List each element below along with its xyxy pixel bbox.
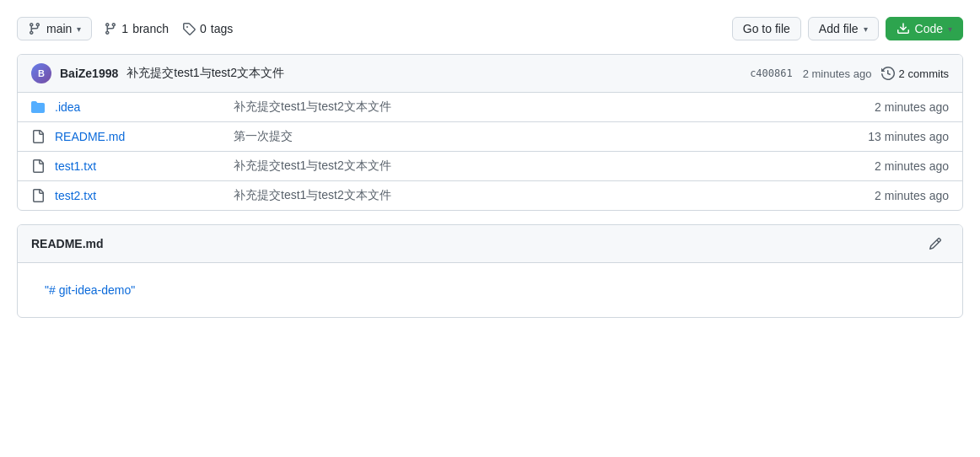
table-row: README.md 第一次提交 13 minutes ago: [18, 122, 962, 152]
table-row: .idea 补充提交test1与test2文本文件 2 minutes ago: [18, 93, 962, 122]
commit-row: B BaiZe1998 补充提交test1与test2文本文件 c400861 …: [18, 55, 962, 93]
file-time: 2 minutes ago: [875, 159, 949, 173]
commit-author: BaiZe1998: [60, 67, 118, 80]
commits-label: commits: [908, 67, 949, 80]
add-file-button[interactable]: Add file ▾: [808, 17, 879, 40]
file-name[interactable]: README.md: [55, 130, 223, 143]
file-commit-message: 补充提交test1与test2文本文件: [234, 99, 864, 115]
table-row: test1.txt 补充提交test1与test2文本文件 2 minutes …: [18, 152, 962, 181]
author-avatar: B: [31, 63, 51, 83]
code-chevron: ▾: [948, 24, 952, 34]
branch-icon: [28, 22, 41, 35]
tags-link[interactable]: 0 tags: [182, 22, 233, 35]
file-name[interactable]: .idea: [55, 100, 223, 114]
add-file-chevron: ▾: [864, 24, 868, 34]
file-icon: [31, 189, 45, 202]
file-icon: [31, 130, 45, 143]
meta-links: 1 branch 0 tags: [104, 22, 233, 35]
readme-header: README.md: [18, 225, 962, 263]
file-commit-message: 补充提交test1与test2文本文件: [234, 159, 864, 174]
toolbar: main ▾ 1 branch 0 tags Go to file Add fi…: [17, 17, 963, 40]
table-row: test2.txt 补充提交test1与test2文本文件 2 minutes …: [18, 181, 962, 210]
file-time: 13 minutes ago: [868, 130, 949, 143]
readme-body: "# git-idea-demo": [18, 263, 962, 317]
file-list: .idea 补充提交test1与test2文本文件 2 minutes ago …: [18, 93, 962, 210]
file-name[interactable]: test1.txt: [55, 159, 223, 173]
file-time: 2 minutes ago: [875, 189, 949, 202]
folder-icon: [31, 100, 45, 114]
commit-hash: c400861: [750, 67, 793, 79]
commits-count: 2: [898, 67, 904, 80]
file-time: 2 minutes ago: [875, 100, 949, 114]
download-icon: [897, 22, 910, 35]
readme-title: README.md: [31, 237, 104, 250]
branch-selector-button[interactable]: main ▾: [17, 17, 92, 40]
branches-link[interactable]: 1 branch: [104, 22, 169, 35]
code-button[interactable]: Code ▾: [886, 17, 963, 40]
readme-panel: README.md "# git-idea-demo": [17, 224, 963, 318]
commit-time: 2 minutes ago: [803, 67, 872, 80]
file-name[interactable]: test2.txt: [55, 189, 223, 202]
toolbar-right: Go to file Add file ▾ Code ▾: [732, 17, 963, 40]
branch-chevron: ▾: [77, 24, 81, 34]
branch-count: 1: [121, 22, 128, 35]
history-icon: [881, 67, 895, 80]
tag-icon: [182, 22, 196, 35]
branch-label: main: [46, 22, 72, 35]
tag-text: tags: [211, 22, 233, 35]
avatar-image: B: [31, 63, 51, 83]
tag-count: 0: [200, 22, 207, 35]
go-to-file-button[interactable]: Go to file: [732, 17, 801, 40]
file-panel: B BaiZe1998 补充提交test1与test2文本文件 c400861 …: [17, 54, 963, 211]
edit-readme-button[interactable]: [922, 234, 949, 254]
file-commit-message: 第一次提交: [234, 129, 858, 144]
file-commit-message: 补充提交test1与test2文本文件: [234, 188, 864, 203]
pencil-icon: [929, 237, 942, 250]
branch-text: branch: [132, 22, 169, 35]
commit-message: 补充提交test1与test2文本文件: [127, 66, 741, 81]
branch-count-icon: [104, 22, 117, 35]
commits-link[interactable]: 2 commits: [881, 67, 949, 80]
readme-content: "# git-idea-demo": [45, 283, 135, 297]
file-icon: [31, 159, 45, 173]
commit-meta: c400861 2 minutes ago 2 commits: [750, 67, 949, 80]
